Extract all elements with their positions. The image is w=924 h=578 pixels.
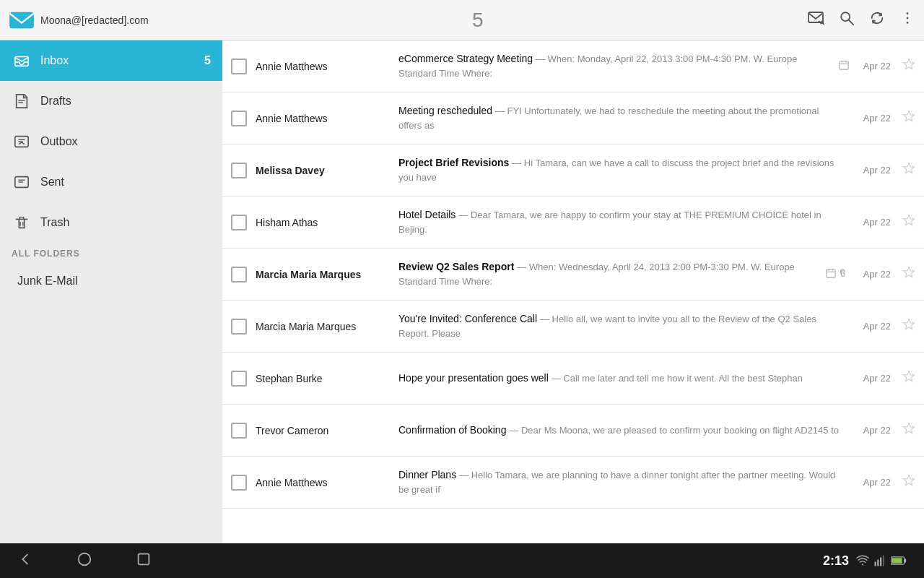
sidebar-label-trash: Trash [40, 216, 211, 229]
svg-line-5 [849, 20, 853, 25]
svg-point-8 [907, 22, 909, 24]
svg-marker-25 [904, 215, 915, 225]
main-content: Inbox 5 Drafts Outbox Sent Trash ALL FOL… [0, 40, 924, 543]
search-icon[interactable] [839, 10, 855, 30]
attachment-icon [839, 268, 849, 280]
star-icon[interactable] [902, 318, 915, 335]
sent-icon [12, 172, 32, 192]
sidebar-label-sent: Sent [40, 176, 211, 189]
sender-name: Hisham Athas [256, 217, 393, 228]
email-preview: Hotel Details — Dear Tamara, we are happ… [393, 208, 849, 236]
sidebar-item-outbox[interactable]: Outbox [0, 121, 222, 162]
table-row[interactable]: Annie Matthews eCommerce Strategy Meetin… [222, 40, 924, 92]
android-bottom-bar: 2:13 [0, 543, 924, 578]
email-meta: Apr 22 [849, 370, 915, 387]
nav-back-icon[interactable] [17, 551, 33, 571]
star-icon[interactable] [902, 266, 915, 282]
star-icon[interactable] [902, 474, 915, 491]
star-icon[interactable] [902, 370, 915, 387]
app-logo-icon [9, 7, 35, 33]
email-meta: Apr 22 [849, 474, 915, 491]
svg-marker-31 [904, 319, 915, 329]
email-preview-text: — Call me later and tell me how it went.… [552, 373, 803, 384]
status-icons [856, 554, 907, 567]
email-icons [826, 268, 849, 280]
email-date: Apr 22 [855, 61, 891, 72]
svg-marker-22 [904, 59, 915, 69]
email-checkbox[interactable] [231, 319, 247, 335]
star-icon[interactable] [902, 422, 915, 439]
email-meta: Apr 22 [849, 318, 915, 335]
sender-name: Annie Matthews [256, 113, 393, 124]
email-preview: Review Q2 Sales Report — When: Wednesday… [393, 260, 826, 288]
outbox-icon [12, 131, 32, 152]
all-folders-label: ALL FOLDERS [0, 243, 222, 264]
table-row[interactable]: Annie Matthews Dinner Plans — Hello Tama… [222, 457, 924, 509]
sidebar-item-trash[interactable]: Trash [0, 202, 222, 243]
email-subject: Confirmation of Booking [398, 424, 506, 436]
sidebar-label-drafts: Drafts [40, 95, 211, 108]
email-subject: Dinner Plans [398, 469, 456, 480]
table-row[interactable]: Marcia Maria Marques Review Q2 Sales Rep… [222, 249, 924, 301]
email-date: Apr 22 [855, 217, 891, 228]
svg-marker-32 [904, 371, 915, 381]
table-row[interactable]: Annie Matthews Meeting rescheduled — FYI… [222, 92, 924, 144]
email-checkbox[interactable] [231, 267, 247, 282]
android-status: 2:13 [823, 553, 907, 569]
table-row[interactable]: Trevor Cameron Confirmation of Booking —… [222, 405, 924, 457]
table-row[interactable]: Marcia Maria Marques You're Invited: Con… [222, 301, 924, 353]
svg-rect-43 [905, 558, 907, 562]
sidebar-item-drafts[interactable]: Drafts [0, 81, 222, 121]
compose-icon[interactable] [807, 9, 824, 30]
email-subject: Review Q2 Sales Report [398, 261, 514, 272]
svg-rect-44 [892, 558, 902, 564]
refresh-icon[interactable] [869, 10, 885, 30]
sender-name: Trevor Cameron [256, 425, 393, 436]
sidebar-item-sent[interactable]: Sent [0, 162, 222, 202]
star-icon[interactable] [902, 214, 915, 230]
sender-name: Marcia Maria Marques [256, 321, 393, 332]
email-preview-text: — Dear Tamara, we are happy to confirm y… [398, 210, 821, 235]
email-preview: eCommerce Strategy Meeting — When: Monda… [393, 52, 839, 80]
sender-name: Stephan Burke [256, 373, 393, 384]
email-checkbox[interactable] [231, 215, 247, 230]
email-checkbox[interactable] [231, 111, 247, 126]
email-subject: Hotel Details [398, 209, 456, 220]
nav-home-icon[interactable] [77, 551, 92, 571]
inbox-icon [12, 51, 32, 71]
status-time: 2:13 [823, 553, 849, 569]
sender-name: Melissa Davey [256, 165, 393, 176]
star-icon[interactable] [902, 162, 915, 178]
table-row[interactable]: Melissa Davey Project Brief Revisions — … [222, 144, 924, 197]
email-checkbox[interactable] [231, 475, 247, 491]
email-date: Apr 22 [855, 113, 891, 124]
unread-count-area: 5 [149, 9, 807, 32]
sender-name: Annie Matthews [256, 61, 393, 72]
email-checkbox[interactable] [231, 423, 247, 439]
more-options-icon[interactable] [899, 10, 915, 30]
table-row[interactable]: Stephan Burke Hope your presentation goe… [222, 353, 924, 405]
nav-recent-icon[interactable] [136, 551, 152, 571]
drafts-icon [12, 91, 32, 111]
sidebar-item-junk[interactable]: Junk E-Mail [0, 264, 222, 298]
table-row[interactable]: Hisham Athas Hotel Details — Dear Tamara… [222, 197, 924, 249]
star-icon[interactable] [902, 110, 915, 126]
svg-rect-38 [875, 562, 876, 566]
svg-point-7 [907, 17, 909, 20]
email-preview: Confirmation of Booking — Dear Ms Moona,… [393, 423, 849, 438]
sidebar-label-outbox: Outbox [40, 135, 211, 148]
svg-rect-18 [840, 61, 848, 69]
email-meta: Apr 22 [849, 110, 915, 126]
sidebar-item-inbox[interactable]: Inbox 5 [0, 40, 222, 81]
star-icon[interactable] [902, 58, 915, 74]
svg-rect-40 [880, 558, 881, 566]
email-checkbox[interactable] [231, 371, 247, 387]
svg-point-35 [79, 553, 91, 565]
email-checkbox[interactable] [231, 59, 247, 74]
email-meta: Apr 22 [849, 162, 915, 178]
calendar-icon [839, 60, 849, 72]
svg-rect-0 [10, 12, 33, 28]
sender-name: Marcia Maria Marques [256, 269, 393, 280]
sidebar-badge-inbox: 5 [204, 54, 211, 67]
email-checkbox[interactable] [231, 163, 247, 178]
